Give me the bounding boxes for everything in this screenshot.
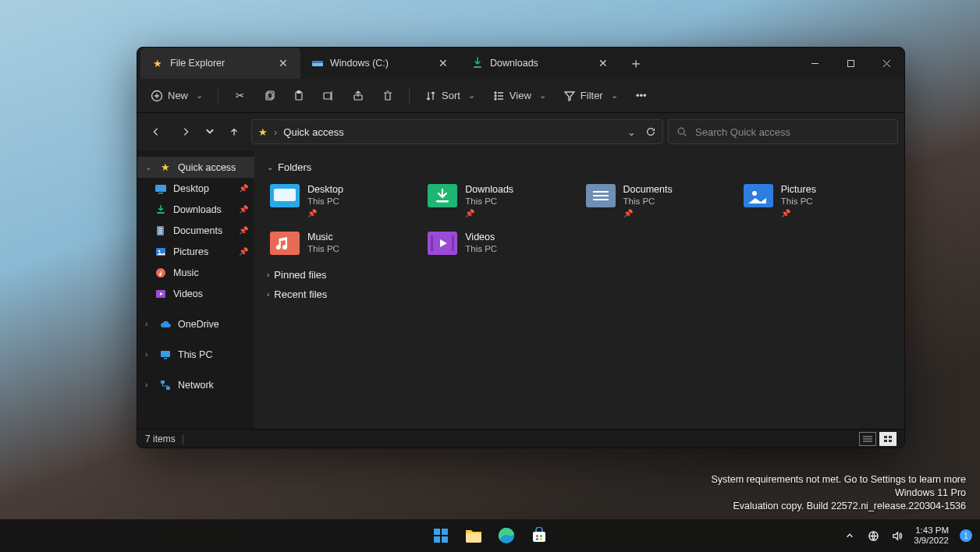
svg-rect-64 xyxy=(442,536,448,543)
trash-icon xyxy=(382,90,394,102)
sidebar-label: Network xyxy=(178,380,214,391)
view-button[interactable]: View xyxy=(485,83,553,108)
minimize-button[interactable] xyxy=(797,48,833,79)
filter-button[interactable]: Filter xyxy=(556,83,625,108)
pin-icon: 📌 xyxy=(465,209,513,218)
folders-grid: DesktopThis PC📌DownloadsThis PC📌Document… xyxy=(267,181,892,258)
section-label: Pinned files xyxy=(274,269,326,281)
tray-chevron-icon[interactable] xyxy=(843,529,856,542)
taskbar-edge[interactable] xyxy=(493,522,520,549)
new-tab-button[interactable]: ＋ xyxy=(620,48,652,79)
folder-documents[interactable]: DocumentsThis PC📌 xyxy=(583,181,734,221)
drive-icon xyxy=(311,57,324,69)
watermark-line3: Evaluation copy. Build 22572.ni_release.… xyxy=(711,500,966,513)
folder-videos[interactable]: VideosThis PC xyxy=(424,228,576,258)
svg-point-49 xyxy=(752,191,757,196)
section-pinned-files[interactable]: › Pinned files xyxy=(267,269,892,281)
rename-icon xyxy=(322,90,335,102)
taskbar-file-explorer[interactable] xyxy=(460,522,487,549)
plus-circle-icon xyxy=(151,90,163,102)
taskbar-store[interactable] xyxy=(526,522,552,549)
tab-label: Downloads xyxy=(490,58,588,69)
svg-rect-61 xyxy=(434,529,440,535)
rename-button[interactable] xyxy=(315,83,342,108)
sidebar-onedrive[interactable]: › OneDrive xyxy=(137,313,254,334)
paste-button[interactable] xyxy=(286,83,312,108)
tab-windows-c[interactable]: Windows (C:) ✕ xyxy=(300,48,460,79)
search-input[interactable] xyxy=(695,126,889,138)
volume-icon[interactable] xyxy=(890,529,903,542)
svg-rect-52 xyxy=(431,235,433,251)
close-icon[interactable]: ✕ xyxy=(274,57,293,69)
details-view-button[interactable] xyxy=(859,432,876,446)
close-icon[interactable]: ✕ xyxy=(594,57,612,69)
divider xyxy=(218,87,218,104)
folder-desktop[interactable]: DesktopThis PC📌 xyxy=(267,181,418,221)
tab-file-explorer[interactable]: ★ File Explorer ✕ xyxy=(140,48,300,79)
taskbar-center xyxy=(428,522,552,549)
notification-badge[interactable]: 1 xyxy=(960,529,972,542)
chevron-down-icon[interactable]: ⌄ xyxy=(627,126,636,138)
clock[interactable]: 1:43 PM 3/9/2022 xyxy=(914,525,949,545)
search-bar[interactable] xyxy=(668,119,898,144)
clock-date: 3/9/2022 xyxy=(914,536,949,546)
section-folders[interactable]: ⌄ Folders xyxy=(267,161,892,173)
sidebar-thispc[interactable]: › This PC xyxy=(137,344,254,365)
start-button[interactable] xyxy=(428,522,454,549)
sidebar-label: Desktop xyxy=(173,183,209,194)
star-icon: ★ xyxy=(258,126,268,138)
sidebar-item-music[interactable]: Music xyxy=(137,262,254,283)
more-button[interactable]: ••• xyxy=(628,83,655,108)
new-button[interactable]: New xyxy=(144,83,210,108)
content-pane: ⌄ Folders DesktopThis PC📌DownloadsThis P… xyxy=(254,150,904,429)
delete-button[interactable] xyxy=(375,83,401,108)
address-bar[interactable]: ★ › Quick access ⌄ xyxy=(251,119,663,144)
section-recent-files[interactable]: › Recent files xyxy=(267,288,892,300)
pin-icon: 📌 xyxy=(239,205,248,214)
maximize-button[interactable] xyxy=(833,48,868,79)
sort-button[interactable]: Sort xyxy=(417,83,482,108)
folder-downloads[interactable]: DownloadsThis PC📌 xyxy=(424,181,576,221)
sidebar-item-desktop[interactable]: Desktop 📌 xyxy=(137,178,254,199)
folder-music[interactable]: MusicThis PC xyxy=(267,228,418,258)
refresh-icon[interactable] xyxy=(645,126,656,138)
tab-downloads[interactable]: Downloads ✕ xyxy=(460,48,620,79)
folder-name: Desktop xyxy=(307,184,343,195)
copy-button[interactable] xyxy=(256,83,282,108)
forward-button[interactable] xyxy=(173,119,198,144)
svg-point-23 xyxy=(678,128,684,134)
svg-rect-62 xyxy=(442,529,448,535)
folder-pictures[interactable]: PicturesThis PC📌 xyxy=(740,181,892,221)
svg-point-18 xyxy=(495,95,496,97)
folder-location: This PC xyxy=(465,244,497,253)
close-button[interactable] xyxy=(868,48,904,79)
sidebar-label: This PC xyxy=(178,349,212,360)
back-button[interactable] xyxy=(144,119,169,144)
sidebar-item-pictures[interactable]: Pictures 📌 xyxy=(137,241,254,262)
new-label: New xyxy=(168,90,188,101)
svg-rect-43 xyxy=(436,200,449,203)
tab-label: Windows (C:) xyxy=(330,58,428,69)
monitor-icon xyxy=(159,349,172,361)
address-row: ★ › Quick access ⌄ xyxy=(137,113,904,150)
up-button[interactable] xyxy=(222,119,247,144)
star-icon: ★ xyxy=(151,57,164,69)
folder-location: This PC xyxy=(623,196,673,206)
sidebar-network[interactable]: › Network xyxy=(137,374,254,395)
sidebar-item-documents[interactable]: Documents 📌 xyxy=(137,220,254,241)
folder-location: This PC xyxy=(781,196,816,206)
sidebar-label: Quick access xyxy=(178,162,236,173)
share-button[interactable] xyxy=(345,83,371,108)
network-icon[interactable] xyxy=(867,529,879,542)
sidebar-item-videos[interactable]: Videos xyxy=(137,283,254,304)
close-icon[interactable]: ✕ xyxy=(434,57,453,69)
thumbnails-view-button[interactable] xyxy=(879,432,897,446)
sidebar-quick-access[interactable]: ⌄ ★ Quick access xyxy=(137,157,254,178)
sidebar-label: Downloads xyxy=(173,204,222,215)
svg-rect-1 xyxy=(312,61,323,63)
view-label: View xyxy=(510,90,531,101)
sidebar-item-downloads[interactable]: Downloads 📌 xyxy=(137,199,254,220)
recent-locations-button[interactable] xyxy=(203,119,217,144)
cut-button[interactable]: ✂ xyxy=(226,83,253,108)
cut-icon: ✂ xyxy=(233,90,246,102)
